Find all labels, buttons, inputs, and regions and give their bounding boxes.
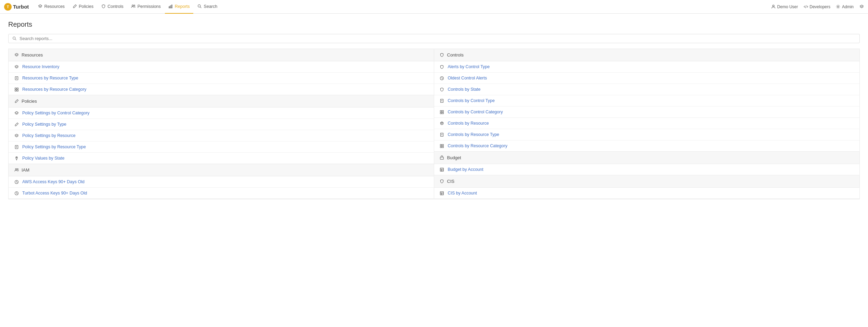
clock-link-icon	[14, 179, 19, 184]
svg-point-6	[198, 5, 200, 7]
dev-icon	[803, 4, 808, 9]
svg-point-10	[838, 6, 839, 7]
report-link-oldest-control-alerts[interactable]: Oldest Control Alerts	[434, 73, 860, 84]
nav-right: Demo User Developers Admin	[771, 4, 864, 9]
layers-icon	[38, 4, 42, 9]
svg-marker-0	[39, 5, 42, 7]
report-link-policy-settings-by-resource[interactable]: Policy Settings by Resource	[9, 130, 434, 141]
people-section-icon	[14, 168, 19, 173]
report-link-resources-by-resource-category[interactable]: Resources by Resource Category	[9, 84, 434, 95]
svg-rect-48	[442, 144, 443, 146]
document-link-icon	[440, 132, 444, 137]
nav-right-demo-user[interactable]: Demo User	[771, 4, 798, 9]
shield-link-icon	[440, 64, 444, 69]
grid-link-icon	[440, 110, 444, 114]
nav-item-label: Search	[204, 4, 218, 9]
nav-item-policies[interactable]: Policies	[69, 0, 97, 14]
nav-item-label: Controls	[107, 4, 124, 9]
report-link-turbot-access-keys[interactable]: Turbot Access Keys 90+ Days Old	[9, 188, 434, 199]
search-input[interactable]	[20, 36, 856, 41]
svg-line-7	[200, 7, 201, 8]
nav-item-controls[interactable]: Controls	[98, 0, 127, 14]
report-link-label: Controls by Resource Type	[448, 132, 500, 137]
report-link-label: Policy Settings by Resource Type	[22, 144, 86, 149]
report-link-alerts-by-control-type[interactable]: Alerts by Control Type	[434, 61, 860, 73]
svg-rect-22	[17, 90, 18, 91]
right-column: Controls Alerts by Control Type Oldest C…	[434, 49, 860, 199]
report-link-label: Oldest Control Alerts	[448, 76, 487, 80]
nav-right-settings[interactable]	[859, 4, 864, 9]
report-link-policy-settings-by-control-category[interactable]: Policy Settings by Control Category	[9, 108, 434, 119]
report-link-resources-by-resource-type[interactable]: Resources by Resource Type	[9, 73, 434, 84]
svg-rect-19	[15, 88, 16, 89]
shield-icon	[101, 4, 106, 9]
section-iam: IAM AWS Access Keys 90+ Days Old Turbot …	[9, 164, 434, 199]
grid-link-icon	[14, 87, 19, 92]
svg-line-9	[805, 5, 806, 8]
report-link-policy-settings-by-resource-type[interactable]: Policy Settings by Resource Type	[9, 141, 434, 153]
gear-icon	[836, 4, 841, 9]
report-link-controls-by-control-type[interactable]: Controls by Control Type	[434, 95, 860, 106]
left-column: Resources Resource Inventory Resources b…	[8, 49, 434, 199]
section-label: Resources	[22, 52, 43, 58]
reports-grid: Resources Resource Inventory Resources b…	[8, 49, 860, 199]
nav-item-permissions[interactable]: Permissions	[128, 0, 164, 14]
search-icon	[197, 4, 202, 9]
section-policies: Policies Policy Settings by Control Cate…	[9, 95, 434, 164]
nav-item-search[interactable]: Search	[194, 0, 221, 14]
document-link-icon	[14, 76, 19, 80]
report-link-cis-by-account[interactable]: CIS by Account	[434, 188, 860, 199]
report-link-budget-by-account[interactable]: Budget by Account	[434, 164, 860, 175]
logo-text: Turbot	[13, 4, 29, 10]
report-link-label: Policy Values by State	[22, 156, 64, 161]
report-link-controls-by-resource[interactable]: Controls by Resource	[434, 118, 860, 129]
svg-rect-25	[15, 145, 18, 149]
svg-marker-23	[15, 111, 18, 113]
nav-right-developers[interactable]: Developers	[803, 4, 830, 9]
clock-link-icon	[14, 191, 19, 196]
bag-section-icon	[440, 155, 444, 160]
section-header-iam: IAM	[9, 164, 434, 176]
search-icon	[12, 36, 17, 41]
nav-item-label: Resources	[44, 4, 65, 9]
page-title: Reports	[8, 21, 860, 28]
report-link-controls-by-control-category[interactable]: Controls by Control Category	[434, 106, 860, 118]
report-link-label: Controls by Resource Category	[448, 143, 507, 148]
section-header-policies: Policies	[9, 95, 434, 108]
shield-section-icon	[440, 53, 444, 58]
report-link-controls-by-resource-category[interactable]: Controls by Resource Category	[434, 140, 860, 151]
nav-right-label: Demo User	[777, 4, 798, 9]
section-label: CIS	[447, 179, 455, 184]
report-link-aws-access-keys[interactable]: AWS Access Keys 90+ Days Old	[9, 176, 434, 188]
shield-link-icon	[440, 87, 444, 92]
svg-rect-38	[442, 110, 443, 112]
layers-section-icon	[14, 53, 19, 58]
report-link-label: Controls by State	[448, 87, 481, 92]
svg-rect-20	[17, 88, 18, 89]
report-link-policy-values-by-state[interactable]: Policy Values by State	[9, 153, 434, 164]
report-link-label: Policy Settings by Type	[22, 122, 66, 127]
people-icon	[131, 4, 136, 9]
svg-point-2	[134, 5, 135, 6]
table-link-icon	[440, 167, 444, 172]
svg-point-29	[15, 168, 16, 170]
svg-rect-40	[442, 112, 443, 114]
logo[interactable]: T Turbot	[4, 3, 29, 11]
clock-link-icon	[440, 76, 444, 80]
nav-right-admin[interactable]: Admin	[836, 4, 854, 9]
layers-link-icon	[14, 133, 19, 138]
report-link-policy-settings-by-type[interactable]: Policy Settings by Type	[9, 119, 434, 130]
report-link-controls-by-resource-type[interactable]: Controls by Resource Type	[434, 129, 860, 140]
report-link-resource-inventory[interactable]: Resource Inventory	[9, 61, 434, 73]
section-controls: Controls Alerts by Control Type Oldest C…	[434, 49, 860, 152]
nav-item-label: Permissions	[138, 4, 161, 9]
nav-item-resources[interactable]: Resources	[34, 0, 68, 14]
nav-item-reports[interactable]: Reports	[165, 0, 193, 14]
report-link-label: Alerts by Control Type	[448, 64, 490, 69]
report-link-controls-by-state[interactable]: Controls by State	[434, 84, 860, 95]
section-label: IAM	[22, 167, 29, 173]
nav-item-label: Policies	[79, 4, 93, 9]
svg-marker-11	[860, 5, 863, 7]
svg-rect-21	[15, 90, 16, 91]
report-link-label: Controls by Resource	[448, 121, 489, 126]
